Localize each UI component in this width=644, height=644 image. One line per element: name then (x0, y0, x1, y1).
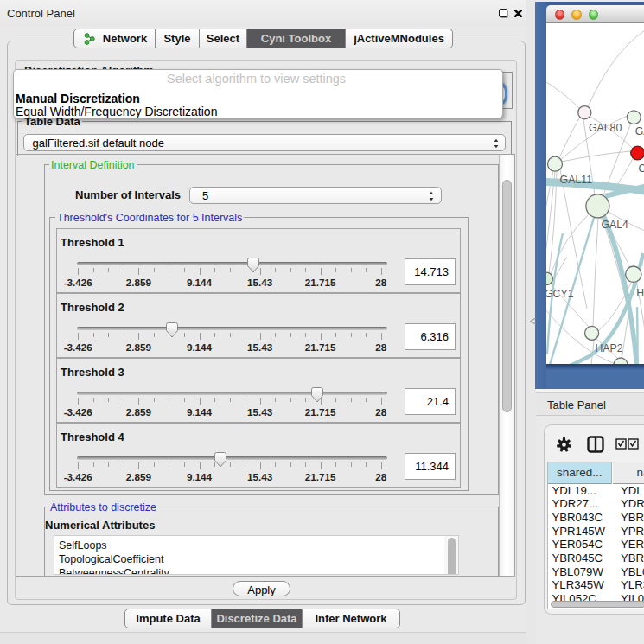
svg-text:GCY1: GCY1 (546, 288, 574, 300)
svg-text:GAL80: GAL80 (588, 122, 621, 134)
svg-text:HAP2: HAP2 (595, 342, 622, 354)
svg-text:GAL4: GAL4 (601, 219, 628, 231)
svg-text:CY: CY (638, 163, 644, 175)
svg-text:HI: HI (636, 287, 644, 299)
svg-text:GAL11: GAL11 (559, 174, 592, 186)
svg-text:GA: GA (634, 125, 644, 137)
